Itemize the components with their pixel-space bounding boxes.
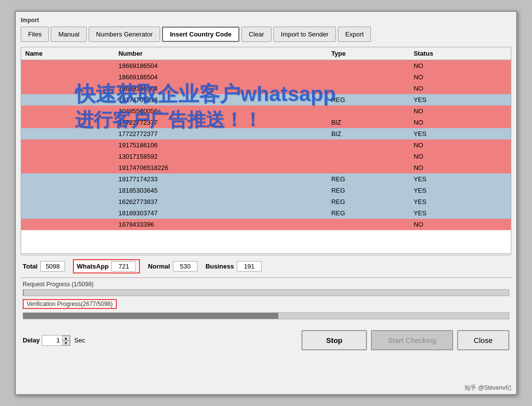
total-stat: Total 5098 — [23, 261, 65, 271]
delay-up-button[interactable]: ▲ — [62, 336, 70, 340]
main-window: Import Files Manual Numbers Generator In… — [15, 11, 517, 395]
manual-button[interactable]: Manual — [51, 27, 87, 42]
col-name: Name — [21, 47, 114, 60]
table-row: 18185303645REGYES — [21, 185, 511, 196]
total-label: Total — [23, 263, 37, 270]
progress-section: Request Progress (1/5098) Verification P… — [21, 278, 511, 325]
verification-progress-track — [23, 312, 509, 319]
table-row: 1678433396NO — [21, 219, 511, 230]
start-checking-button[interactable]: Start Checking — [371, 330, 453, 350]
delay-input-wrapper: ▲ ▼ — [42, 335, 70, 346]
table-row: 19174706518226NO — [21, 162, 511, 173]
table-row: 18189303747REGYES — [21, 207, 511, 219]
table-row: 19175186106NO — [21, 139, 511, 151]
col-status: Status — [410, 47, 511, 60]
table-row: 17722772377BIZNO — [21, 117, 511, 128]
close-button[interactable]: Close — [457, 330, 509, 350]
clear-button[interactable]: Clear — [241, 27, 271, 42]
table-row: 19174706518REGYES — [21, 94, 511, 105]
data-table: Name Number Type Status 18669186504NO186… — [21, 47, 511, 230]
section-label: Import — [21, 17, 511, 24]
col-number: Number — [114, 47, 327, 60]
request-progress-track — [23, 289, 509, 296]
delay-spinner: ▲ ▼ — [62, 336, 70, 345]
normal-label: Normal — [148, 263, 170, 270]
whatsapp-value: 721 — [111, 261, 136, 271]
table-row: 13017158592NO — [21, 151, 511, 162]
zhihu-label: 知乎 @Stevenv纪 — [465, 384, 511, 392]
action-buttons: Stop Start Checking Close — [301, 330, 509, 350]
toolbar: Files Manual Numbers Generator Insert Co… — [21, 27, 511, 42]
table-row: 18669186504NO — [21, 60, 511, 72]
business-label: Business — [205, 263, 234, 270]
normal-stat: Normal 530 — [148, 261, 198, 271]
col-type: Type — [327, 47, 409, 60]
table-row: 19177174233REGYES — [21, 173, 511, 185]
files-button[interactable]: Files — [21, 27, 49, 42]
delay-input[interactable] — [42, 336, 62, 345]
normal-value: 530 — [173, 261, 198, 271]
table-row: 16262773837REGYES — [21, 196, 511, 207]
delay-label: Delay — [23, 337, 40, 344]
sec-label: Sec — [74, 337, 85, 344]
business-value: 191 — [237, 261, 262, 271]
total-value: 5098 — [40, 261, 65, 271]
table-row: 18669186504NO — [21, 71, 511, 83]
whatsapp-label: WhatsApp — [77, 263, 108, 270]
table-row: 10485580056NO — [21, 105, 511, 117]
export-button[interactable]: Export — [338, 27, 371, 42]
stop-button[interactable]: Stop — [301, 330, 367, 350]
delay-down-button[interactable]: ▼ — [62, 340, 70, 345]
delay-section: Delay ▲ ▼ Sec — [23, 335, 85, 346]
bottom-row: Delay ▲ ▼ Sec Stop Start Checking Close — [21, 325, 511, 352]
stats-row: Total 5098 WhatsApp 721 Normal 530 Busin… — [21, 255, 511, 278]
import-to-sender-button[interactable]: Import to Sender — [273, 27, 336, 42]
request-progress-label: Request Progress (1/5098) — [23, 281, 509, 288]
numbers-generator-button[interactable]: Numbers Generator — [89, 27, 160, 42]
table-row: 17722772377BIZYES — [21, 128, 511, 139]
insert-country-code-button[interactable]: Insert Country Code — [162, 27, 239, 42]
table-row: 18669186504NO — [21, 83, 511, 94]
business-stat: Business 191 — [205, 261, 262, 271]
data-table-container[interactable]: Name Number Type Status 18669186504NO186… — [21, 47, 511, 254]
whatsapp-stat: WhatsApp 721 — [73, 259, 140, 273]
table-header-row: Name Number Type Status — [21, 47, 511, 60]
verification-progress-fill — [23, 313, 278, 319]
verification-progress-label: Verification Progress(2677/5098) — [23, 299, 117, 309]
